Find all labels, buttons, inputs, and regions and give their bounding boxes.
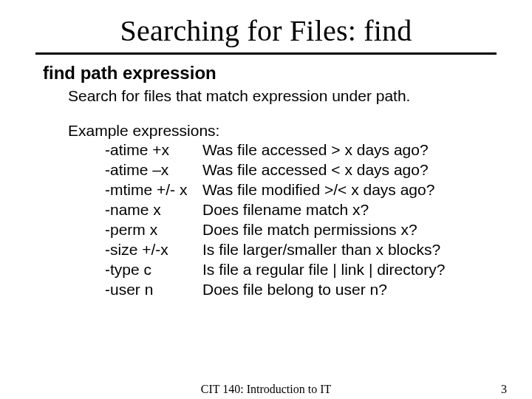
slide: Searching for Files: find find path expr… — [0, 0, 532, 399]
table-row: -atime –x Was file accessed < x days ago… — [105, 160, 489, 180]
expression-desc: Was file accessed < x days ago? — [202, 160, 489, 180]
expression-desc: Does file belong to user n? — [202, 280, 489, 300]
expression-flag: -user n — [105, 280, 202, 300]
table-row: -name x Does filename match x? — [105, 200, 489, 220]
examples-heading: Example expressions: — [68, 121, 489, 141]
command-syntax: find path expression — [43, 62, 489, 85]
command-description: Search for files that match expression u… — [68, 86, 489, 106]
slide-title: Searching for Files: find — [0, 0, 532, 52]
footer-page-number: 3 — [501, 383, 507, 396]
expression-desc: Does file match permissions x? — [202, 220, 489, 240]
expressions-table: -atime +x Was file accessed > x days ago… — [105, 140, 489, 299]
expression-flag: -type c — [105, 260, 202, 280]
expression-desc: Was file accessed > x days ago? — [202, 140, 489, 160]
expression-flag: -mtime +/- x — [105, 180, 202, 200]
slide-body: find path expression Search for files th… — [43, 62, 489, 299]
table-row: -type c Is file a regular file | link | … — [105, 260, 489, 280]
expression-desc: Does filename match x? — [202, 200, 489, 220]
table-row: -perm x Does file match permissions x? — [105, 220, 489, 240]
expression-desc: Is file larger/smaller than x blocks? — [202, 240, 489, 260]
title-divider — [35, 52, 497, 55]
expression-flag: -atime –x — [105, 160, 202, 180]
expression-desc: Was file modified >/< x days ago? — [202, 180, 489, 200]
expression-flag: -perm x — [105, 220, 202, 240]
table-row: -mtime +/- x Was file modified >/< x day… — [105, 180, 489, 200]
expression-desc: Is file a regular file | link | director… — [202, 260, 489, 280]
expression-flag: -name x — [105, 200, 202, 220]
table-row: -atime +x Was file accessed > x days ago… — [105, 140, 489, 160]
table-row: -user n Does file belong to user n? — [105, 280, 489, 300]
expression-flag: -atime +x — [105, 140, 202, 160]
expression-flag: -size +/-x — [105, 240, 202, 260]
table-row: -size +/-x Is file larger/smaller than x… — [105, 240, 489, 260]
footer-course: CIT 140: Introduction to IT — [0, 383, 532, 396]
